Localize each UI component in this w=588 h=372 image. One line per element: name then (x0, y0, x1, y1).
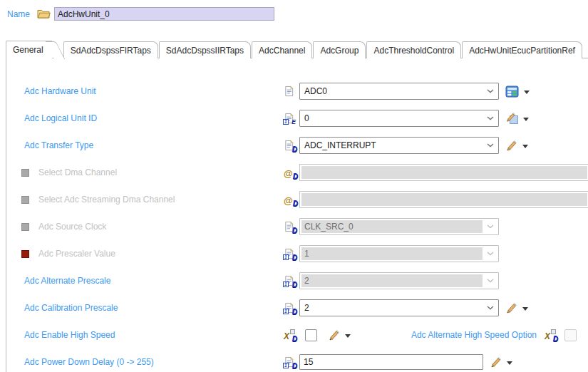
name-input[interactable] (54, 7, 274, 21)
adc-logical-unit-id-combobox[interactable]: 0 (299, 110, 499, 127)
disabled-bullet-icon (21, 196, 29, 204)
adc-source-clock-combobox: CLK_SRC_0 (299, 218, 499, 235)
chevron-down-icon (483, 279, 498, 283)
dropdown-arrow-icon[interactable] (507, 361, 512, 365)
document-integer-default-icon: 1D (284, 302, 296, 314)
row-adc-power-down-delay: Adc Power Down Delay (0 -> 255) 1D (19, 348, 588, 372)
row-adc-alternate-prescale: Adc Alternate Prescale 1D 2 (19, 267, 588, 294)
document-integer-default-icon: 1D (284, 275, 296, 287)
disabled-bullet-icon (21, 169, 29, 177)
name-row: Name (7, 7, 274, 21)
select-dma-channel-label: Select Dma Channel (38, 167, 117, 177)
adc-calibration-prescale-label: Adc Calibration Prescale (24, 303, 118, 313)
row-adc-hardware-unit: Adc Hardware Unit ADC0 (19, 78, 588, 105)
select-adc-streaming-dma-channel-field (299, 191, 588, 208)
row-adc-prescaler-value: Adc Prescaler Value 1D 1 (19, 240, 588, 267)
tab-adcchannel[interactable]: AdcChannel (252, 41, 312, 58)
adc-alternate-prescale-value: 2 (301, 274, 483, 287)
adc-alternate-prescale-combobox: 2 (299, 272, 499, 289)
row-adc-source-clock: Adc Source Clock D CLK_SRC_0 (19, 213, 588, 240)
row-adc-calibration-prescale: Adc Calibration Prescale 1D 2 (19, 294, 588, 321)
open-folder-icon (37, 9, 51, 19)
error-bullet-icon (21, 250, 29, 258)
chevron-down-icon[interactable] (483, 306, 498, 310)
name-label: Name (7, 9, 37, 19)
document-integer-default-icon: 1D (284, 356, 296, 368)
adc-prescaler-value-combobox: 1 (299, 245, 499, 262)
adc-logical-unit-id-value: 0 (300, 113, 483, 123)
adc-prescaler-value-label: Adc Prescaler Value (38, 249, 115, 259)
adc-enable-high-speed-label: Adc Enable High Speed (24, 330, 115, 340)
pencil-square-icon[interactable] (505, 112, 518, 125)
dropdown-arrow-icon[interactable] (522, 307, 528, 311)
dropdown-arrow-icon[interactable] (524, 91, 530, 94)
adc-transfer-type-label: Adc Transfer Type (24, 140, 93, 150)
document-integer-default-icon: 1D (284, 248, 296, 260)
row-select-dma-channel: Select Dma Channel @D (19, 159, 588, 186)
tab-adcthresholdcontrol[interactable]: AdcThresholdControl (366, 41, 461, 58)
row-adc-enable-high-speed: Adc Enable High Speed XD Adc Alternate H… (19, 321, 588, 348)
adc-alternate-high-speed-option-label: Adc Alternate High Speed Option (411, 330, 537, 340)
pencil-icon[interactable] (328, 329, 340, 341)
adc-hardware-unit-combobox[interactable]: ADC0 (299, 83, 499, 100)
disabled-bullet-icon (21, 223, 29, 231)
adc-source-clock-value: CLK_SRC_0 (301, 220, 483, 233)
row-select-adc-streaming-dma-channel: Select Adc Streaming Dma Channel @D (19, 186, 588, 213)
document-default-icon: D (284, 221, 296, 233)
pencil-icon[interactable] (505, 302, 517, 314)
adc-alternate-prescale-label: Adc Alternate Prescale (24, 276, 110, 286)
dropdown-arrow-icon[interactable] (523, 118, 529, 121)
adc-power-down-delay-input[interactable] (299, 354, 483, 370)
chevron-down-icon (483, 252, 498, 256)
adc-prescaler-value-value: 1 (301, 247, 483, 260)
select-adc-streaming-dma-channel-label: Select Adc Streaming Dma Channel (38, 195, 175, 205)
pencil-icon[interactable] (505, 140, 517, 152)
adc-enable-high-speed-checkbox[interactable] (305, 329, 317, 341)
adc-logical-unit-id-label: Adc Logical Unit ID (24, 113, 97, 123)
tab-general[interactable]: General (6, 41, 52, 58)
boolean-default-icon: XD (284, 329, 296, 341)
adc-source-clock-label: Adc Source Clock (38, 222, 106, 232)
chevron-down-icon (483, 224, 498, 229)
adc-transfer-type-value: ADC_INTERRUPT (300, 140, 483, 150)
document-default-icon: D (284, 140, 296, 152)
row-adc-transfer-type: Adc Transfer Type D ADC_INTERRUPT (19, 132, 588, 159)
adc-transfer-type-combobox[interactable]: ADC_INTERRUPT (299, 137, 499, 154)
tab-bar: General SdAdcDspssFIRTaps SdAdcDspssIIRT… (6, 41, 583, 58)
general-tab-panel: Adc Hardware Unit ADC0 Adc Logical Unit … (6, 58, 588, 372)
pencil-icon[interactable] (490, 356, 502, 368)
chevron-down-icon[interactable] (483, 143, 498, 148)
tab-adcgroup[interactable]: AdcGroup (313, 41, 366, 58)
tab-sdadcdspssiirtaps[interactable]: SdAdcDspssIIRTaps (159, 41, 251, 58)
adc-calibration-prescale-value: 2 (300, 303, 483, 313)
row-adc-logical-unit-id: Adc Logical Unit ID 1E 0 (19, 105, 588, 132)
tab-adchwunitecucpartitionref[interactable]: AdcHwUnitEcucPartitionRef (462, 41, 582, 58)
adc-hardware-unit-label: Adc Hardware Unit (24, 86, 96, 96)
dropdown-arrow-icon[interactable] (345, 334, 351, 338)
boolean-default-icon: XD (545, 329, 557, 341)
chevron-down-icon[interactable] (483, 89, 498, 93)
adc-alternate-high-speed-option-checkbox (564, 329, 577, 341)
form-editor-icon[interactable] (505, 86, 519, 98)
chevron-down-icon[interactable] (483, 116, 498, 120)
select-dma-channel-field (299, 164, 588, 181)
document-integer-icon: 1E (284, 113, 296, 125)
adc-calibration-prescale-combobox[interactable]: 2 (299, 299, 499, 316)
reference-default-icon: @D (284, 167, 296, 179)
adc-power-down-delay-label: Adc Power Down Delay (0 -> 255) (24, 357, 154, 367)
dropdown-arrow-icon[interactable] (522, 145, 528, 148)
tab-sdadcdspssfirtaps[interactable]: SdAdcDspssFIRTaps (63, 41, 158, 58)
document-icon (284, 86, 296, 98)
reference-default-icon: @D (284, 194, 296, 206)
adc-alternate-high-speed-option-group: Adc Alternate High Speed Option XD (411, 329, 577, 341)
adc-hardware-unit-value: ADC0 (300, 86, 483, 96)
